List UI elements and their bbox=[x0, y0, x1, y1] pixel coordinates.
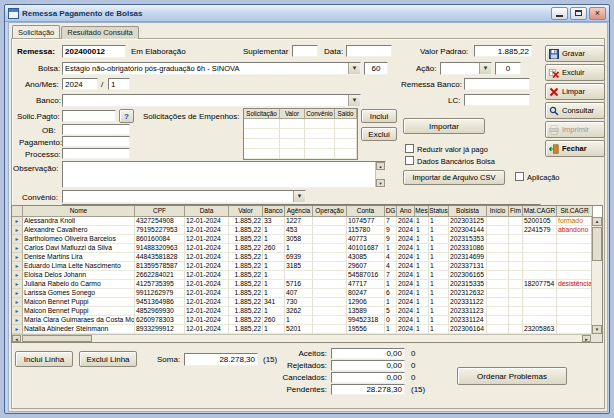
tab-resultado-consulta[interactable]: Resultado Consulta bbox=[61, 26, 138, 39]
importar-csv-button[interactable]: Importar de Arquivo CSV bbox=[403, 170, 505, 185]
bolsa-horas-field[interactable] bbox=[364, 62, 388, 75]
table-row[interactable]: ►Maicon Bennet Puppi945136498612-01-2024… bbox=[12, 298, 591, 307]
chevron-down-icon[interactable]: ▼ bbox=[348, 63, 360, 74]
bolsa-combobox[interactable]: Estágio não-obrigatório pós-graduação 6h… bbox=[62, 62, 361, 75]
row-selector-icon[interactable]: ► bbox=[12, 325, 23, 334]
acao-code-field[interactable] bbox=[495, 62, 521, 75]
mes-field[interactable] bbox=[108, 78, 130, 90]
ordenar-problemas-button[interactable]: Ordenar Problemas bbox=[457, 367, 567, 385]
close-button[interactable]: × bbox=[589, 7, 606, 20]
column-header-banco[interactable]: Banco bbox=[263, 206, 285, 217]
column-header-data[interactable]: Data bbox=[185, 206, 229, 217]
row-selector-icon[interactable]: ► bbox=[12, 298, 23, 307]
cancelados-field[interactable] bbox=[331, 372, 405, 383]
grid-vertical-scrollbar[interactable]: ▲ ▼ bbox=[591, 217, 602, 334]
table-row[interactable]: ►Juliana Rabelo do Carmo412573539512-01-… bbox=[12, 280, 591, 289]
table-row[interactable]: ►Denise Martins Lira4484358182812-01-202… bbox=[12, 253, 591, 262]
row-selector-icon[interactable]: ► bbox=[12, 271, 23, 280]
row-selector-icon[interactable]: ► bbox=[12, 280, 23, 289]
table-row[interactable]: ►Natalia Abineder Steinmann893329991212-… bbox=[12, 325, 591, 334]
column-header-valor[interactable]: Valor bbox=[229, 206, 263, 217]
empenhos-column-header[interactable]: Valor bbox=[280, 109, 305, 119]
scroll-down-icon[interactable]: ▼ bbox=[376, 179, 385, 187]
empenhos-column-header[interactable]: Saldo bbox=[335, 109, 357, 119]
table-row[interactable]: ►Maria Clara Guimaraes da Costa Moura626… bbox=[12, 316, 591, 325]
solic-pagto-field[interactable] bbox=[62, 110, 116, 122]
suplementar-field[interactable] bbox=[292, 45, 318, 57]
column-header-dg[interactable]: DG bbox=[385, 206, 397, 217]
chevron-down-icon[interactable]: ▼ bbox=[479, 63, 491, 74]
minimize-button[interactable] bbox=[551, 7, 568, 20]
column-header-cpf[interactable]: CPF bbox=[135, 206, 185, 217]
column-header-conta[interactable]: Conta bbox=[347, 206, 385, 217]
remessa-banco-field[interactable] bbox=[464, 78, 530, 90]
scroll-thumb[interactable] bbox=[592, 227, 602, 261]
observacao-textarea[interactable] bbox=[63, 162, 375, 187]
column-header-inicio[interactable]: Início bbox=[487, 206, 509, 217]
column-header-agencia[interactable]: Agência bbox=[285, 206, 313, 217]
row-selector-icon[interactable]: ► bbox=[12, 217, 23, 226]
grid-horizontal-scrollbar[interactable]: ◄ ► bbox=[12, 334, 591, 342]
pagamento-field[interactable] bbox=[62, 136, 130, 147]
column-header-status[interactable]: Status bbox=[429, 206, 449, 217]
scroll-up-icon[interactable]: ▲ bbox=[376, 162, 385, 170]
row-selector-icon[interactable]: ► bbox=[12, 226, 23, 235]
table-row[interactable]: ►Bartholomeo Oliveira Barcelos8601600841… bbox=[12, 235, 591, 244]
column-header-sitcagr[interactable]: Sit.CAGR bbox=[557, 206, 593, 217]
table-row[interactable]: ►Carlos Davi Mafiuzzi da Silva9148832096… bbox=[12, 244, 591, 253]
row-selector-icon[interactable]: ► bbox=[12, 307, 23, 316]
table-row[interactable]: ►Alexandre Cavalhero7919522795312-01-202… bbox=[12, 226, 591, 235]
empenhos-grid[interactable]: Solicitação Valor Convênio Saldo bbox=[243, 108, 358, 160]
table-row[interactable]: ►Maicon Bennet Puppi485296993012-01-2024… bbox=[12, 307, 591, 316]
aceitos-field[interactable] bbox=[331, 348, 405, 359]
observacao-scrollbar[interactable]: ▲ ▼ bbox=[375, 162, 385, 187]
pendentes-field[interactable] bbox=[331, 384, 405, 395]
column-header-nome[interactable]: Nome bbox=[23, 206, 135, 217]
maximize-button[interactable] bbox=[570, 7, 587, 20]
gravar-button[interactable]: Gravar bbox=[545, 45, 605, 62]
scroll-right-icon[interactable]: ► bbox=[582, 335, 591, 342]
table-row[interactable]: ►Alessandra Knoll432725490812-01-20241.8… bbox=[12, 217, 591, 226]
importar-button[interactable]: Importar bbox=[403, 118, 485, 134]
help-button[interactable]: ? bbox=[119, 109, 134, 123]
reduzir-valor-checkbox[interactable] bbox=[405, 144, 414, 153]
column-header-bolsista[interactable]: Bolsista bbox=[449, 206, 487, 217]
acao-combobox[interactable]: ▼ bbox=[440, 62, 492, 75]
bolsistas-grid[interactable]: Nome CPF Data Valor Banco Agência Operaç… bbox=[11, 205, 603, 343]
row-selector-icon[interactable]: ► bbox=[12, 289, 23, 298]
table-row[interactable]: ►Eduardo Lima Leite Nascimento8135957858… bbox=[12, 262, 591, 271]
inclui-linha-button[interactable]: Inclui Linha bbox=[15, 351, 73, 367]
chevron-down-icon[interactable]: ▼ bbox=[348, 95, 360, 106]
banco-combobox[interactable]: ▼ bbox=[62, 94, 361, 107]
empenhos-column-header[interactable]: Convênio bbox=[305, 109, 335, 119]
rejeitados-field[interactable] bbox=[331, 360, 405, 371]
column-header-mes[interactable]: Mes bbox=[415, 206, 429, 217]
scroll-thumb[interactable] bbox=[22, 335, 92, 342]
tab-solicitacao[interactable]: Solicitação bbox=[12, 25, 60, 38]
valor-padrao-field[interactable] bbox=[474, 45, 532, 57]
empenhos-column-header[interactable]: Solicitação bbox=[244, 109, 280, 119]
chevron-down-icon[interactable]: ▼ bbox=[293, 191, 305, 202]
row-selector-icon[interactable]: ► bbox=[12, 253, 23, 262]
title-bar[interactable]: Remessa Pagamento de Bolsas × bbox=[5, 5, 609, 22]
scroll-left-icon[interactable]: ◄ bbox=[12, 335, 21, 342]
aplicacao-checkbox[interactable] bbox=[515, 172, 524, 181]
data-field[interactable] bbox=[346, 45, 392, 57]
exclui-button[interactable]: Exclui bbox=[361, 127, 397, 141]
processo-field[interactable] bbox=[62, 148, 130, 159]
exclui-linha-button[interactable]: Exclui Linha bbox=[79, 351, 137, 367]
table-row[interactable]: ►Eloisa Delos Johann266228402112-01-2024… bbox=[12, 271, 591, 280]
row-selector-icon[interactable]: ► bbox=[12, 262, 23, 271]
column-header-ano[interactable]: Ano bbox=[397, 206, 415, 217]
limpar-button[interactable]: Limpar bbox=[545, 83, 605, 100]
scroll-up-icon[interactable]: ▲ bbox=[592, 217, 602, 226]
lc-field[interactable] bbox=[464, 94, 530, 106]
remessa-field[interactable] bbox=[62, 45, 126, 58]
ob-field[interactable] bbox=[62, 124, 130, 135]
row-selector-icon[interactable]: ► bbox=[12, 244, 23, 253]
inclui-button[interactable]: Inclui bbox=[361, 109, 397, 123]
table-row[interactable]: ►Larissa Gomes Sonego991126297912-01-202… bbox=[12, 289, 591, 298]
ano-field[interactable] bbox=[62, 78, 98, 90]
excluir-button[interactable]: Excluir bbox=[545, 64, 605, 81]
convenio-combobox[interactable]: ▼ bbox=[62, 190, 306, 203]
